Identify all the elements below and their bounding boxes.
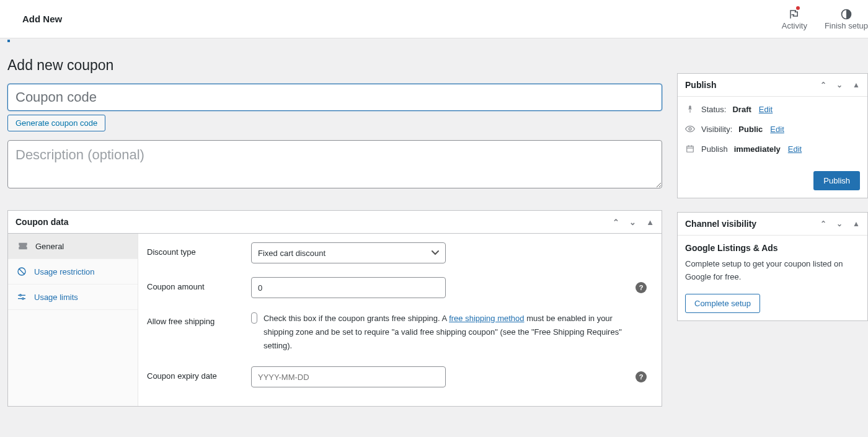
free-shipping-checkbox[interactable] (251, 312, 257, 324)
channel-visibility-box: Channel visibility ⌃ ⌄ ▲ Google Listings… (677, 212, 868, 321)
discount-type-select[interactable]: Fixed cart discount (251, 242, 446, 263)
tab-usage-limits[interactable]: Usage limits (8, 285, 138, 310)
help-icon[interactable]: ? (636, 282, 647, 293)
publish-box-header: Publish ⌃ ⌄ ▲ (678, 74, 867, 97)
coupon-amount-label: Coupon amount (147, 277, 251, 291)
finish-setup-button[interactable]: Finish setup (825, 7, 868, 30)
panel-controls: ⌃ ⌄ ▲ (613, 218, 654, 227)
finish-setup-label: Finish setup (825, 21, 868, 30)
svg-point-5 (20, 294, 22, 296)
svg-point-7 (689, 128, 691, 130)
activity-label: Activity (782, 21, 807, 30)
publish-box-title: Publish (685, 80, 717, 90)
channel-visibility-header: Channel visibility ⌃ ⌄ ▲ (678, 213, 867, 236)
publish-box: Publish ⌃ ⌄ ▲ Status: Draft Edit (677, 73, 868, 198)
tab-usage-limits-label: Usage limits (34, 293, 78, 302)
help-icon[interactable]: ? (636, 371, 647, 382)
publish-time-row: Publish immediately Edit (685, 144, 860, 154)
panel-down-icon[interactable]: ⌄ (836, 81, 843, 89)
description-textarea[interactable] (7, 140, 662, 188)
channel-sub-title: Google Listings & Ads (685, 243, 860, 253)
visibility-row: Visibility: Public Edit (685, 124, 860, 134)
edit-status-link[interactable]: Edit (759, 105, 773, 114)
prohibited-icon (17, 267, 27, 276)
discount-type-label: Discount type (147, 242, 251, 257)
calendar-icon (685, 144, 695, 154)
expiry-date-input[interactable] (251, 366, 446, 387)
ticket-icon (18, 241, 28, 251)
svg-point-6 (22, 298, 24, 299)
panel-down-icon[interactable]: ⌄ (629, 218, 636, 227)
svg-line-2 (19, 268, 24, 274)
activity-button[interactable]: Activity (782, 7, 807, 30)
edit-visibility-link[interactable]: Edit (770, 125, 784, 134)
channel-visibility-title: Channel visibility (685, 219, 756, 229)
half-circle-icon (839, 7, 853, 21)
coupon-data-panel: Coupon data ⌃ ⌄ ▲ General (7, 210, 662, 407)
panel-up-icon[interactable]: ⌃ (820, 219, 826, 228)
publish-button[interactable]: Publish (813, 171, 860, 190)
eye-icon (685, 124, 695, 134)
sliders-icon (17, 292, 27, 302)
channel-description: Complete setup to get your coupon listed… (685, 258, 860, 284)
page-title: Add new coupon (7, 57, 662, 74)
expiry-date-label: Coupon expiry date (147, 366, 251, 381)
free-shipping-description: Check this box if the coupon grants free… (264, 312, 632, 353)
screen-title: Add New (22, 14, 62, 24)
svg-rect-8 (687, 146, 694, 152)
pin-icon (685, 104, 695, 114)
panel-down-icon[interactable]: ⌄ (836, 219, 843, 228)
free-shipping-method-link[interactable]: free shipping method (449, 314, 524, 323)
edit-publish-time-link[interactable]: Edit (788, 144, 802, 154)
complete-setup-button[interactable]: Complete setup (685, 294, 760, 313)
panel-collapse-icon[interactable]: ▲ (852, 81, 860, 89)
panel-collapse-icon[interactable]: ▲ (852, 219, 860, 228)
status-row: Status: Draft Edit (685, 104, 860, 114)
sidebar-column: Publish ⌃ ⌄ ▲ Status: Draft Edit (677, 45, 868, 407)
free-shipping-label: Allow free shipping (147, 312, 251, 326)
panel-collapse-icon[interactable]: ▲ (646, 218, 654, 227)
coupon-code-input[interactable] (7, 84, 662, 111)
coupon-amount-input[interactable] (251, 277, 446, 298)
tab-usage-restriction[interactable]: Usage restriction (8, 259, 138, 285)
top-bar-actions: Activity Finish setup (782, 7, 868, 30)
tab-general-label: General (35, 242, 64, 251)
coupon-general-form: Discount type Fixed cart discount Coupon… (138, 234, 662, 406)
tab-general[interactable]: General (8, 234, 138, 259)
panel-up-icon[interactable]: ⌃ (820, 81, 826, 89)
generate-coupon-code-button[interactable]: Generate coupon code (7, 115, 105, 131)
coupon-data-header: Coupon data ⌃ ⌄ ▲ (8, 211, 662, 234)
top-bar: Add New Activity Finish setup (0, 0, 868, 38)
coupon-data-tabs: General Usage restriction Usage limits (8, 234, 138, 406)
coupon-data-title: Coupon data (16, 217, 69, 227)
main-column: Add new coupon Generate coupon code Coup… (7, 45, 662, 407)
panel-up-icon[interactable]: ⌃ (613, 218, 619, 227)
tab-usage-restriction-label: Usage restriction (34, 267, 95, 276)
focus-indicator (7, 40, 10, 42)
flag-icon (787, 7, 801, 21)
